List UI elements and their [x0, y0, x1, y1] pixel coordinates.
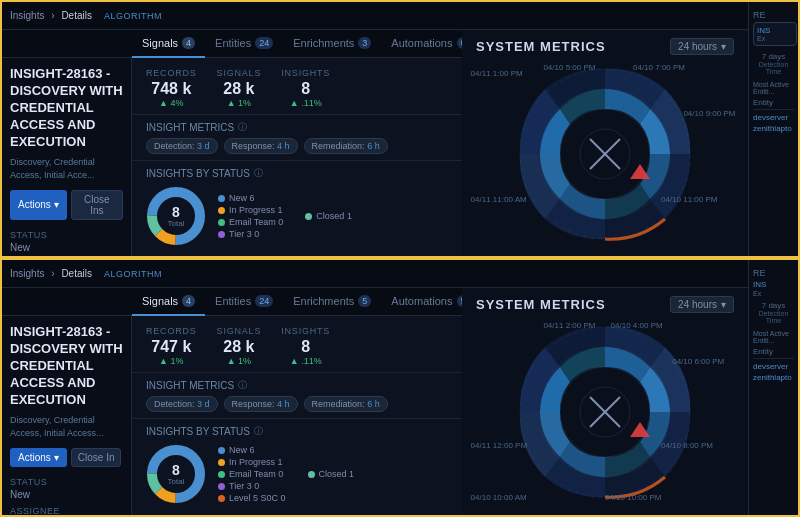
status-legend-right-top: Closed 1	[305, 211, 352, 221]
sys-metrics-header-bottom: SYSTEM METRICS 24 hours ▾	[462, 288, 748, 317]
metric-records-top: RECORDS 748 k ▲ 4%	[146, 68, 197, 108]
badge-remediation-bottom: Remediation: 6 h	[304, 396, 388, 412]
metric-insights-top: INSIGHTS 8 ▲ .11%	[281, 68, 330, 108]
metric-signals-bottom: SIGNALS 28 k ▲ 1%	[217, 326, 262, 366]
panel-top-header: Insights › Details ALGORITHM	[2, 2, 798, 30]
tab-entities-top[interactable]: Entities 24	[205, 30, 283, 58]
badge-response-bottom: Response: 4 h	[224, 396, 298, 412]
close-button-top[interactable]: Close Ins	[71, 190, 123, 220]
metric-insights-bottom: INSIGHTS 8 ▲ .11%	[281, 326, 330, 366]
action-bar-bottom: Actions ▾ Close In	[10, 448, 123, 467]
time-selector-top[interactable]: 24 hours ▾	[670, 38, 734, 55]
badge-detection-top: Detection: 3 d	[146, 138, 218, 154]
tab-enrichments-top[interactable]: Enrichments 3	[283, 30, 381, 58]
badge-remediation-top: Remediation: 6 h	[304, 138, 388, 154]
algo-badge-top: ALGORITHM	[104, 11, 162, 21]
tab-signals-top[interactable]: Signals 4	[132, 30, 205, 58]
status-value-top: New	[10, 242, 123, 253]
close-button-bottom[interactable]: Close In	[71, 448, 122, 467]
status-value-bottom: New	[10, 489, 123, 500]
info-box-top: INS Ex	[753, 22, 797, 46]
badge-detection-bottom: Detection: 3 d	[146, 396, 218, 412]
assignee-label-bottom: Assignee	[10, 506, 123, 516]
action-bar-top: Actions ▾ Close Ins	[10, 190, 123, 220]
panel-bottom-header: Insights › Details ALGORITHM	[2, 260, 798, 288]
status-legend-right-bottom: Closed 1	[308, 469, 355, 479]
panel-bottom: Insights › Details ALGORITHM Signals 4 E…	[0, 258, 800, 517]
badge-response-top: Response: 4 h	[224, 138, 298, 154]
sys-metrics-header-top: SYSTEM METRICS 24 hours ▾	[462, 30, 748, 59]
sidebar-top: INSIGHT-28163 - DISCOVERY WITH CREDENTIA…	[2, 58, 132, 256]
right-panel-top: RE INS Ex 7 days Detection Time Most Act…	[748, 2, 798, 256]
status-legend-top: New 6 In Progress 1 Email Team 0 Tier 3 …	[218, 193, 283, 239]
algo-badge-bottom: ALGORITHM	[104, 269, 162, 279]
sys-metrics-bottom: SYSTEM METRICS 24 hours ▾ 04/11 2:00 PM …	[462, 288, 748, 515]
donut-chart-bottom: 8 Total	[146, 444, 206, 504]
insight-title-bottom: INSIGHT-28163 - DISCOVERY WITH CREDENTIA…	[10, 324, 123, 408]
insight-title-top: INSIGHT-28163 - DISCOVERY WITH CREDENTIA…	[10, 66, 123, 150]
insight-tags-bottom: Discovery, Credential Access, Initial Ac…	[10, 414, 123, 439]
metric-records-bottom: RECORDS 747 k ▲ 1%	[146, 326, 197, 366]
circular-chart-bottom: 04/11 2:00 PM 04/10 4:00 PM 04/10 6:00 P…	[462, 317, 748, 515]
right-panel-bottom: RE INS Ex 7 days Detection Time Most Act…	[748, 260, 798, 515]
tab-entities-bottom[interactable]: Entities 24	[205, 288, 283, 316]
circular-chart-top: 04/10 5:00 PM 04/10 7:00 PM 04/10 9:00 P…	[462, 59, 748, 256]
donut-chart-top: 8 Total	[146, 186, 206, 246]
breadcrumb-top: Insights › Details	[10, 10, 92, 21]
status-legend-bottom: New 6 In Progress 1 Email Team 0 Tier 3 …	[218, 445, 286, 503]
panel-top: Insights › Details ALGORITHM Signals 4 E…	[0, 0, 800, 258]
actions-button-top[interactable]: Actions ▾	[10, 190, 67, 220]
status-label-top: Status	[10, 230, 123, 240]
tab-signals-bottom[interactable]: Signals 4	[132, 288, 205, 316]
actions-button-bottom[interactable]: Actions ▾	[10, 448, 67, 467]
tab-enrichments-bottom[interactable]: Enrichments 5	[283, 288, 381, 316]
sidebar-bottom: INSIGHT-28163 - DISCOVERY WITH CREDENTIA…	[2, 316, 132, 515]
status-label-bottom: Status	[10, 477, 123, 487]
insight-tags-top: Discovery, Credential Access, Initial Ac…	[10, 156, 123, 181]
sys-metrics-top: SYSTEM METRICS 24 hours ▾ 04/10 5:00 PM …	[462, 30, 748, 256]
time-selector-bottom[interactable]: 24 hours ▾	[670, 296, 734, 313]
breadcrumb-bottom: Insights › Details	[10, 268, 92, 279]
metric-signals-top: SIGNALS 28 k ▲ 1%	[217, 68, 262, 108]
